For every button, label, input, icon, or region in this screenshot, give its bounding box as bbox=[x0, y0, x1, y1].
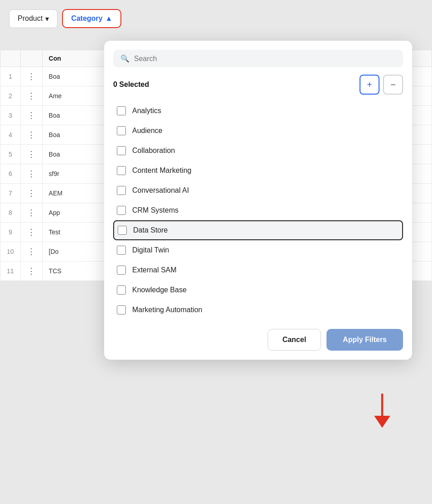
apply-filters-button[interactable]: Apply Filters bbox=[326, 329, 403, 351]
search-icon: 🔍 bbox=[120, 54, 130, 63]
category-item[interactable]: Content Marketing bbox=[113, 161, 403, 181]
category-checkbox[interactable] bbox=[117, 166, 126, 175]
search-bar: 🔍 bbox=[113, 50, 403, 67]
row-dots[interactable]: ⋮ bbox=[20, 67, 42, 86]
category-checkbox[interactable] bbox=[117, 206, 126, 215]
selected-row: 0 Selected + − bbox=[113, 75, 403, 95]
row-num: 11 bbox=[0, 262, 21, 281]
category-item[interactable]: Audience bbox=[113, 121, 403, 141]
category-label: Audience bbox=[132, 127, 163, 135]
row-num: 4 bbox=[0, 125, 21, 145]
category-label: External SAM bbox=[132, 266, 177, 274]
category-checkbox[interactable] bbox=[117, 305, 126, 314]
category-item[interactable]: Knowledge Base bbox=[113, 280, 403, 300]
category-item[interactable]: Conversational AI bbox=[113, 181, 403, 200]
category-checkbox[interactable] bbox=[117, 266, 126, 275]
category-label: Content Marketing bbox=[132, 166, 192, 175]
svg-marker-1 bbox=[374, 416, 390, 428]
category-chevron: ▲ bbox=[106, 14, 113, 23]
row-num: 10 bbox=[0, 242, 21, 262]
category-checkbox[interactable] bbox=[117, 126, 126, 135]
category-item[interactable]: Analytics bbox=[113, 101, 403, 121]
category-checkbox[interactable] bbox=[117, 285, 126, 295]
add-button[interactable]: + bbox=[360, 75, 379, 95]
filter-bar: Product ▾ Category ▲ bbox=[9, 9, 121, 28]
category-item[interactable]: External SAM bbox=[113, 260, 403, 280]
category-label: Conversational AI bbox=[132, 186, 189, 195]
col-num-header bbox=[0, 50, 21, 67]
search-input[interactable] bbox=[134, 55, 396, 63]
row-num: 5 bbox=[0, 145, 21, 164]
cancel-button[interactable]: Cancel bbox=[268, 329, 321, 351]
row-num: 9 bbox=[0, 223, 21, 242]
category-checkbox[interactable] bbox=[117, 146, 126, 155]
category-dropdown: 🔍 0 Selected + − Analytics Audience Coll… bbox=[104, 41, 412, 360]
row-dots[interactable]: ⋮ bbox=[20, 223, 42, 242]
row-dots[interactable]: ⋮ bbox=[20, 106, 42, 125]
category-label: Data Store bbox=[133, 226, 168, 234]
category-label: CRM Systems bbox=[132, 206, 178, 214]
row-num: 7 bbox=[0, 184, 21, 203]
row-num: 3 bbox=[0, 106, 21, 125]
product-chevron: ▾ bbox=[45, 14, 49, 23]
category-item[interactable]: Marketing Automation bbox=[113, 300, 403, 320]
plus-icon: + bbox=[367, 80, 372, 90]
row-dots[interactable]: ⋮ bbox=[20, 262, 42, 281]
category-checkbox[interactable] bbox=[117, 106, 126, 115]
category-label: Knowledge Base bbox=[132, 286, 187, 294]
row-num: 1 bbox=[0, 67, 21, 86]
category-item[interactable]: Collaboration bbox=[113, 141, 403, 161]
category-label: Collaboration bbox=[132, 147, 175, 155]
category-label: Marketing Automation bbox=[132, 306, 202, 314]
row-dots[interactable]: ⋮ bbox=[20, 86, 42, 106]
row-dots[interactable]: ⋮ bbox=[20, 164, 42, 184]
category-checkbox[interactable] bbox=[118, 226, 127, 235]
row-dots[interactable]: ⋮ bbox=[20, 203, 42, 223]
category-filter-button[interactable]: Category ▲ bbox=[62, 9, 121, 28]
col-dots-header bbox=[20, 50, 42, 67]
category-item[interactable]: Data Store bbox=[113, 220, 403, 240]
dropdown-footer: Cancel Apply Filters bbox=[113, 322, 403, 360]
row-dots[interactable]: ⋮ bbox=[20, 242, 42, 262]
row-num: 2 bbox=[0, 86, 21, 106]
arrow-annotation bbox=[369, 394, 396, 432]
selected-count-label: 0 Selected bbox=[113, 81, 149, 89]
row-num: 6 bbox=[0, 164, 21, 184]
product-label: Product bbox=[18, 14, 43, 23]
row-dots[interactable]: ⋮ bbox=[20, 184, 42, 203]
add-remove-btn-group: + − bbox=[360, 75, 403, 95]
product-filter-button[interactable]: Product ▾ bbox=[9, 10, 58, 28]
category-label: Category bbox=[71, 14, 102, 23]
category-label: Digital Twin bbox=[132, 246, 169, 254]
category-checkbox[interactable] bbox=[117, 246, 126, 255]
remove-button[interactable]: − bbox=[383, 75, 403, 95]
minus-icon: − bbox=[390, 80, 396, 90]
row-num: 8 bbox=[0, 203, 21, 223]
category-item[interactable]: Digital Twin bbox=[113, 240, 403, 260]
category-list: Analytics Audience Collaboration Content… bbox=[113, 101, 403, 320]
row-dots[interactable]: ⋮ bbox=[20, 145, 42, 164]
category-label: Analytics bbox=[132, 107, 161, 115]
category-item[interactable]: CRM Systems bbox=[113, 200, 403, 220]
category-checkbox[interactable] bbox=[117, 186, 126, 195]
row-dots[interactable]: ⋮ bbox=[20, 125, 42, 145]
